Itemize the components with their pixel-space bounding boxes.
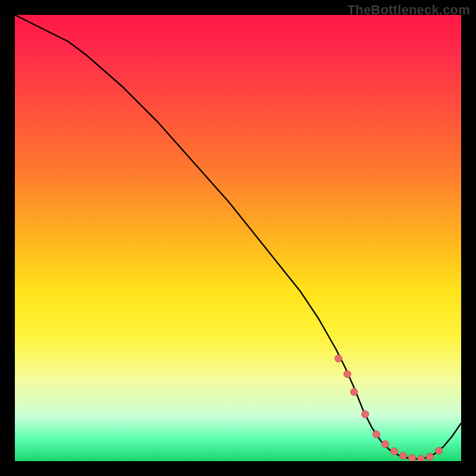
highlight-marker: [335, 355, 342, 362]
highlight-marker: [418, 455, 425, 461]
highlight-marker: [427, 453, 434, 461]
highlight-marker: [382, 441, 389, 448]
highlight-marker: [436, 447, 443, 455]
plot-area: [15, 15, 461, 461]
highlight-marker: [400, 452, 407, 459]
highlight-marker: [350, 389, 358, 396]
highlight-marker: [409, 455, 416, 461]
gradient-background: [15, 15, 461, 461]
chart-frame: TheBottleneck.com: [0, 0, 476, 476]
highlight-marker: [373, 431, 380, 438]
highlight-marker: [344, 371, 351, 378]
highlight-marker: [362, 411, 369, 418]
chart-svg: [15, 15, 461, 461]
highlight-marker: [391, 448, 398, 455]
